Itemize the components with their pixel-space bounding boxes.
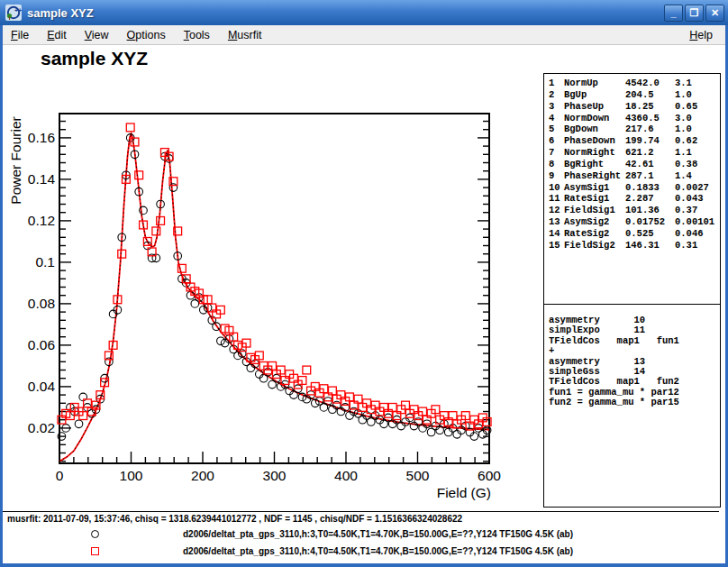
param-no: 11	[549, 193, 564, 205]
param-error: 0.043	[675, 193, 720, 205]
x-axis-title: Field (G)	[437, 485, 491, 500]
param-error: 3.0	[675, 113, 720, 124]
data-points-squares	[58, 123, 491, 430]
param-no: 12	[549, 205, 564, 216]
y-tick-label: 0.04	[28, 379, 56, 394]
param-no: 7	[549, 147, 564, 159]
param-no: 9	[549, 170, 564, 182]
param-value: 101.36	[625, 205, 675, 216]
root-canvas[interactable]: sample XYZ 01002003004005006000.020.040.…	[3, 45, 725, 563]
menu-options[interactable]: Options	[121, 27, 172, 43]
menu-bar: FileEditViewOptionsToolsMusrfit Help	[3, 25, 725, 45]
y-tick-label: 0.14	[28, 171, 56, 187]
param-name: PhaseUp	[564, 101, 625, 113]
parameter-pad[interactable]: 1NormUp4542.03.12BgUp204.51.03PhaseUp18.…	[543, 73, 721, 305]
param-name: RateSig1	[564, 193, 625, 205]
param-row-FieldSig1: 12FieldSig1101.360.37	[549, 205, 720, 216]
x-tick-label: 200	[191, 468, 214, 483]
param-error: 0.38	[675, 159, 720, 170]
param-error: 0.0027	[675, 182, 720, 194]
menu-tools[interactable]: Tools	[177, 27, 216, 43]
param-value: 217.6	[625, 123, 675, 135]
param-error: 1.0	[675, 123, 720, 135]
param-value: 4542.0	[625, 78, 675, 89]
plot-frame	[59, 114, 489, 463]
param-no: 2	[549, 89, 564, 101]
param-error: 0.65	[675, 101, 720, 113]
param-no: 4	[549, 113, 564, 124]
param-error: 0.00101	[675, 216, 720, 228]
param-value: 287.1	[625, 170, 675, 182]
x-tick-label: 300	[263, 468, 287, 483]
param-row-PhaseUp: 3PhaseUp18.250.65	[549, 101, 720, 113]
legend-square-marker	[91, 547, 99, 555]
minimize-button[interactable]: _	[664, 5, 683, 22]
param-value: 199.74	[625, 135, 675, 147]
musrfit-window: ++ sample XYZ _ ❐ ✕ FileEditViewOptionsT…	[0, 0, 728, 567]
menu-edit[interactable]: Edit	[41, 27, 73, 43]
legend-label-run2: d2006/deltat_pta_gps_3110,h:4,T0=4.50K,T…	[183, 546, 573, 556]
maximize-button[interactable]: ❐	[685, 5, 704, 22]
param-row-FieldSig2: 15FieldSig2146.310.31	[549, 240, 720, 251]
param-row-NormRight: 7NormRight621.21.1	[549, 147, 720, 159]
param-row-RateSig1: 11RateSig12.2870.043	[549, 193, 720, 205]
param-row-RateSig2: 14RateSig20.5250.046	[549, 228, 720, 240]
param-name: RateSig2	[564, 228, 625, 240]
param-error: 1.1	[675, 147, 720, 159]
param-value: 18.25	[625, 101, 675, 113]
theory-pad[interactable]: asymmetry 10simplExpo 11TFieldCos map1 f…	[543, 305, 721, 508]
param-no: 3	[549, 101, 564, 113]
param-name: AsymSig1	[564, 182, 625, 194]
y-tick-label: 0.08	[28, 296, 55, 311]
param-value: 0.525	[625, 228, 675, 240]
theory-line-3: +	[549, 346, 720, 356]
param-row-NormDown: 4NormDown4360.53.0	[549, 113, 720, 124]
param-value: 0.01752	[625, 216, 675, 228]
menu-help[interactable]: Help	[682, 27, 720, 43]
y-tick-label: 0.12	[28, 213, 55, 228]
param-error: 3.1	[675, 78, 720, 89]
menu-musrfit[interactable]: Musrfit	[222, 27, 268, 43]
param-error: 1.0	[675, 89, 720, 101]
param-row-BgDown: 5BgDown217.61.0	[549, 123, 720, 135]
param-name: PhaseRight	[564, 170, 625, 182]
param-name: FieldSig2	[564, 240, 625, 251]
param-value: 621.2	[625, 147, 675, 159]
param-name: NormUp	[564, 78, 625, 89]
param-row-BgRight: 8BgRight42.610.38	[549, 159, 720, 170]
param-name: BgUp	[564, 89, 625, 101]
x-tick-label: 100	[120, 468, 143, 483]
param-row-PhaseRight: 9PhaseRight287.11.4	[549, 170, 720, 182]
param-error: 0.62	[675, 135, 720, 147]
param-no: 6	[549, 135, 564, 147]
param-row-AsymSig2: 13AsymSig20.017520.00101	[549, 216, 720, 228]
window-title: sample XYZ	[27, 6, 662, 20]
param-row-AsymSig1: 10AsymSig10.18330.0027	[549, 182, 720, 194]
param-error: 1.4	[675, 170, 720, 182]
param-no: 14	[549, 228, 564, 240]
fourier-plot[interactable]: 01002003004005006000.020.040.060.080.10.…	[3, 45, 543, 511]
param-name: BgDown	[564, 123, 625, 135]
x-tick-label: 600	[478, 468, 501, 483]
menu-view[interactable]: View	[78, 27, 115, 43]
y-tick-label: 0.06	[28, 337, 55, 352]
param-name: AsymSig2	[564, 216, 625, 228]
data-points-circles	[58, 134, 491, 441]
param-name: PhaseDown	[564, 135, 625, 147]
legend-label-run1: d2006/deltat_pta_gps_3110,h:3,T0=4.50K,T…	[183, 529, 573, 539]
param-error: 0.046	[675, 228, 720, 240]
theory-line-9: fun2 = gamma_mu * par15	[549, 398, 720, 407]
param-no: 10	[549, 182, 564, 194]
close-button[interactable]: ✕	[705, 5, 724, 22]
x-tick-label: 0	[56, 468, 64, 483]
x-tick-label: 400	[334, 468, 358, 483]
param-row-NormUp: 1NormUp4542.03.1	[549, 78, 720, 89]
svg-text:++: ++	[14, 7, 22, 14]
param-value: 0.1833	[625, 182, 675, 194]
param-value: 42.61	[625, 159, 675, 170]
param-no: 13	[549, 216, 564, 228]
param-name: NormRight	[564, 147, 625, 159]
menu-file[interactable]: File	[5, 27, 35, 43]
fit-status-text: musrfit: 2011-07-09, 15:37:46, chisq = 1…	[7, 514, 462, 524]
title-bar[interactable]: ++ sample XYZ _ ❐ ✕	[0, 0, 728, 25]
